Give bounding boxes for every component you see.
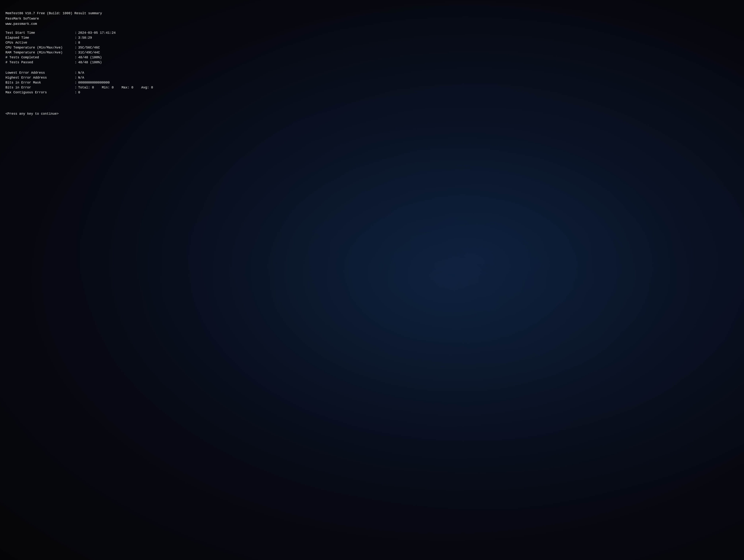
info-label: RAM Temperature (Min/Max/Ave) <box>5 50 75 55</box>
info-row: Elapsed Time:3:58:29 <box>5 35 170 40</box>
error-row: Lowest Error Address:N/A <box>5 70 170 75</box>
info-value: 31C/49C/44C <box>78 50 100 55</box>
header-line2: PassMark Software <box>5 16 170 21</box>
info-colon: : <box>75 31 77 35</box>
info-row: # Tests Passed:48/48 (100%) <box>5 60 170 65</box>
info-colon: : <box>75 45 77 50</box>
info-label: # Tests Completed <box>5 55 75 60</box>
info-row: CPU Temperature (Min/Max/Ave):35C/56C/46… <box>5 45 170 50</box>
info-value: 8 <box>78 40 80 45</box>
info-row: CPUs Active:8 <box>5 40 170 45</box>
info-label: Elapsed Time <box>5 35 75 40</box>
screen: MemTest86 V10.7 Free (Build: 1000) Resul… <box>0 0 744 560</box>
error-value: N/A <box>78 75 84 80</box>
error-value: N/A <box>78 70 84 75</box>
error-value: Total: 0 Min: 0 Max: 0 Avg: 0 <box>78 85 153 90</box>
error-colon: : <box>75 70 77 75</box>
error-colon: : <box>75 90 77 95</box>
error-label: Bits in Error <box>5 85 75 90</box>
info-value: 35C/56C/46C <box>78 45 100 50</box>
error-row: Bits in Error:Total: 0 Min: 0 Max: 0 Avg… <box>5 85 170 90</box>
info-label: Test Start Time <box>5 31 75 35</box>
error-label: Highest Error Address <box>5 75 75 80</box>
error-section: Lowest Error Address:N/AHighest Error Ad… <box>5 70 170 95</box>
error-value: 0000000000000000 <box>78 80 110 85</box>
error-label: Lowest Error Address <box>5 70 75 75</box>
info-value: 48/48 (100%) <box>78 60 102 65</box>
error-value: 0 <box>78 90 80 95</box>
info-label: CPUs Active <box>5 40 75 45</box>
info-colon: : <box>75 55 77 60</box>
error-colon: : <box>75 75 77 80</box>
info-value: 2024-03-05 17:41:24 <box>78 31 116 35</box>
info-row: RAM Temperature (Min/Max/Ave):31C/49C/44… <box>5 50 170 55</box>
error-colon: : <box>75 80 77 85</box>
info-row: # Tests Completed:48/48 (100%) <box>5 55 170 60</box>
press-any-key-prompt: <Press any key to continue> <box>5 111 170 116</box>
error-row: Bits in Error Mask:0000000000000000 <box>5 80 170 85</box>
content: MemTest86 V10.7 Free (Build: 1000) Resul… <box>5 11 170 116</box>
info-colon: : <box>75 60 77 65</box>
error-colon: : <box>75 85 77 90</box>
info-label: CPU Temperature (Min/Max/Ave) <box>5 45 75 50</box>
info-value: 3:58:29 <box>78 35 92 40</box>
info-section: Test Start Time:2024-03-05 17:41:24Elaps… <box>5 31 170 65</box>
error-label: Max Contiguous Errors <box>5 90 75 95</box>
info-colon: : <box>75 50 77 55</box>
info-colon: : <box>75 40 77 45</box>
info-label: # Tests Passed <box>5 60 75 65</box>
error-row: Highest Error Address:N/A <box>5 75 170 80</box>
header-line3: www.passmark.com <box>5 22 170 27</box>
info-row: Test Start Time:2024-03-05 17:41:24 <box>5 31 170 35</box>
info-value: 48/48 (100%) <box>78 55 102 60</box>
info-colon: : <box>75 35 77 40</box>
error-row: Max Contiguous Errors:0 <box>5 90 170 95</box>
header-line1: MemTest86 V10.7 Free (Build: 1000) Resul… <box>5 11 170 16</box>
error-label: Bits in Error Mask <box>5 80 75 85</box>
